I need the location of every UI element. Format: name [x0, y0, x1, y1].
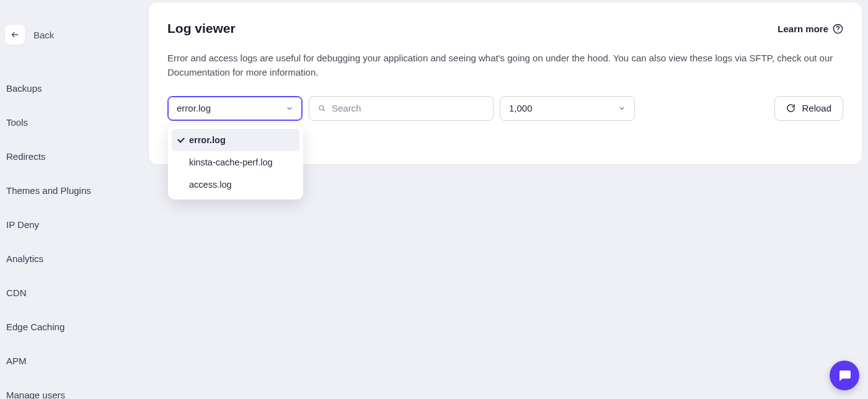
- sidebar-item-label: Redirects: [6, 151, 45, 162]
- description-text: Error and access logs are useful for deb…: [167, 51, 837, 80]
- svg-line-4: [323, 110, 324, 111]
- back-row: Back: [0, 25, 134, 45]
- sidebar-item-tools[interactable]: Tools: [0, 110, 134, 135]
- sidebar-item-manage-users[interactable]: Manage users: [0, 382, 134, 399]
- sidebar-item-analytics[interactable]: Analytics: [0, 246, 134, 271]
- back-button[interactable]: [5, 25, 25, 45]
- chat-icon: [837, 368, 852, 383]
- sidebar-item-label: Backups: [6, 83, 42, 94]
- sidebar-item-themes-and-plugins[interactable]: Themes and Plugins: [0, 178, 134, 203]
- logfile-dropdown: error.logkinsta-cache-perf.logaccess.log: [168, 125, 303, 200]
- learn-more-label: Learn more: [777, 24, 828, 34]
- search-icon: [318, 104, 326, 112]
- chevron-down-icon: [618, 105, 626, 112]
- learn-more-link[interactable]: Learn more: [777, 24, 843, 34]
- limit-select-value: 1,000: [509, 103, 533, 113]
- controls-row: error.log error.logkinsta-cache-perf.log…: [167, 96, 843, 121]
- search-field-wrapper: [309, 96, 494, 121]
- sidebar-item-label: Themes and Plugins: [6, 185, 91, 196]
- sidebar-item-label: APM: [6, 356, 27, 366]
- svg-point-2: [838, 30, 838, 31]
- log-viewer-card: Log viewer Learn more Error and access l…: [149, 2, 862, 164]
- sidebar-item-ip-deny[interactable]: IP Deny: [0, 212, 134, 237]
- logfile-option-label: error.log: [189, 135, 226, 145]
- sidebar-nav: BackupsToolsRedirectsThemes and PluginsI…: [0, 76, 134, 399]
- sidebar-item-apm[interactable]: APM: [0, 348, 134, 374]
- help-icon: [833, 24, 843, 34]
- sidebar: Back BackupsToolsRedirectsThemes and Plu…: [0, 0, 134, 399]
- sidebar-item-backups[interactable]: Backups: [0, 76, 134, 101]
- sidebar-item-cdn[interactable]: CDN: [0, 280, 134, 305]
- back-label: Back: [33, 30, 54, 40]
- logfile-select[interactable]: error.log error.logkinsta-cache-perf.log…: [167, 96, 303, 121]
- main: Log viewer Learn more Error and access l…: [134, 0, 868, 399]
- page-title: Log viewer: [167, 21, 236, 36]
- logfile-option[interactable]: kinsta-cache-perf.log: [172, 151, 299, 173]
- reload-button[interactable]: Reload: [774, 96, 843, 121]
- reload-label: Reload: [802, 103, 831, 113]
- arrow-left-icon: [11, 30, 19, 39]
- logfile-option-label: access.log: [189, 180, 232, 190]
- sidebar-item-label: Analytics: [6, 253, 43, 264]
- logfile-option-label: kinsta-cache-perf.log: [189, 157, 273, 167]
- limit-select[interactable]: 1,000: [500, 96, 635, 121]
- chat-fab[interactable]: [830, 361, 859, 390]
- sidebar-item-edge-caching[interactable]: Edge Caching: [0, 314, 134, 340]
- sidebar-item-label: Edge Caching: [6, 322, 64, 332]
- sidebar-item-label: IP Deny: [6, 219, 39, 230]
- logfile-option[interactable]: access.log: [172, 173, 299, 196]
- card-header: Log viewer Learn more: [167, 21, 843, 36]
- reload-icon: [786, 103, 795, 113]
- sidebar-item-label: CDN: [6, 287, 27, 298]
- chevron-down-icon: [286, 105, 293, 112]
- sidebar-item-label: Tools: [6, 117, 28, 128]
- sidebar-item-label: Manage users: [6, 390, 65, 399]
- logfile-option[interactable]: error.log: [172, 129, 299, 151]
- logfile-select-value: error.log: [177, 103, 211, 113]
- search-input[interactable]: [332, 103, 484, 113]
- sidebar-item-redirects[interactable]: Redirects: [0, 144, 134, 169]
